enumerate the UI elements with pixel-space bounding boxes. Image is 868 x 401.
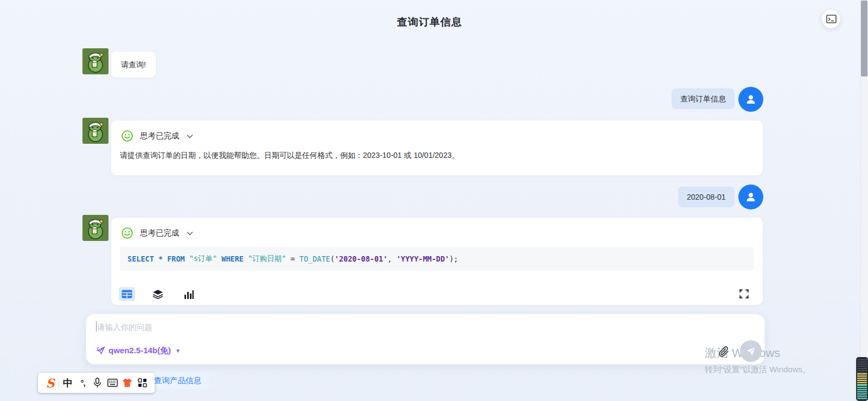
ime-toolbar: S 中 °, bbox=[38, 373, 155, 393]
microphone-icon bbox=[93, 378, 101, 388]
bot-avatar bbox=[82, 118, 108, 144]
paperclip-icon bbox=[718, 345, 730, 358]
suggestion-chip-product[interactable]: 查询产品信息 bbox=[146, 372, 209, 389]
sql-keyword: WHERE bbox=[221, 254, 248, 263]
bar-chart-icon bbox=[184, 290, 194, 299]
page-title: 查询订单信息 bbox=[0, 15, 859, 29]
chart-view-button[interactable] bbox=[181, 287, 197, 301]
smiley-icon bbox=[122, 130, 133, 142]
model-label: qwen2.5-14b(免) bbox=[108, 346, 171, 356]
user-avatar bbox=[738, 184, 763, 209]
sql-code-block: SELECT * FROM "s订单" WHERE "订购日期" = TO_DA… bbox=[120, 247, 754, 271]
user-avatar bbox=[738, 87, 763, 112]
sql-column-name: "订购日期" bbox=[248, 254, 290, 264]
grid-icon bbox=[138, 378, 147, 387]
ime-punctuation-toggle[interactable]: °, bbox=[75, 375, 90, 391]
ime-voice-button[interactable] bbox=[90, 375, 105, 391]
indicator-stripes-yellow bbox=[857, 373, 867, 385]
sql-function: TO_DATE bbox=[299, 254, 330, 263]
text-caret bbox=[96, 321, 97, 332]
bot-avatar bbox=[82, 215, 108, 241]
bot-greeting-bubble: 请查询! bbox=[111, 52, 156, 78]
model-selector[interactable]: qwen2.5-14b(免) ▼ bbox=[96, 346, 181, 356]
model-plane-icon bbox=[96, 346, 105, 355]
prompt-input-card: qwen2.5-14b(免) ▼ bbox=[86, 314, 765, 365]
corner-indicator-widget bbox=[856, 357, 868, 401]
layers-icon bbox=[152, 289, 163, 299]
sql-keyword: SELECT bbox=[127, 254, 158, 263]
model-caret-icon: ▼ bbox=[175, 348, 181, 354]
sql-comma: , bbox=[387, 254, 396, 263]
indicator-stripes-teal bbox=[857, 385, 867, 400]
keyboard-icon bbox=[107, 379, 118, 387]
table-view-button[interactable] bbox=[119, 287, 135, 301]
punctuation-icon: °, bbox=[80, 378, 85, 387]
terminal-icon bbox=[826, 15, 837, 23]
tshirt-icon bbox=[122, 378, 132, 387]
prompt-input[interactable] bbox=[97, 321, 477, 334]
send-plane-icon bbox=[746, 346, 756, 357]
attach-button[interactable] bbox=[718, 345, 730, 360]
sql-paren: ); bbox=[449, 254, 458, 263]
sql-string: '2020-08-01' bbox=[335, 254, 388, 263]
indicator-stripes-dark bbox=[857, 358, 867, 373]
layers-view-button[interactable] bbox=[150, 287, 166, 301]
table-icon bbox=[122, 290, 132, 298]
result-view-toolbar bbox=[119, 287, 197, 301]
watermark-line2: 转到“设置”以激活 Windows。 bbox=[705, 365, 810, 375]
bot-sql-card: 思考已完成 SELECT * FROM "s订单" WHERE "订购日期" =… bbox=[111, 218, 763, 305]
ime-divider bbox=[59, 378, 59, 388]
person-icon bbox=[745, 93, 757, 105]
sogou-logo: S bbox=[46, 376, 55, 390]
sql-string: 'YYYY-MM-DD' bbox=[397, 254, 450, 263]
app-screen: 查询订单信息 请查询! 查询订单信息 bbox=[0, 0, 868, 401]
sql-paren: ( bbox=[330, 254, 335, 263]
sql-keyword: FROM bbox=[167, 254, 189, 263]
bot-avatar bbox=[82, 48, 108, 74]
thinking-status-toggle[interactable]: 思考已完成 bbox=[122, 227, 193, 239]
thinking-status-label: 思考已完成 bbox=[140, 228, 180, 238]
sql-operator: = bbox=[291, 254, 299, 263]
expand-icon bbox=[739, 289, 749, 298]
ime-logo-button[interactable]: S bbox=[43, 375, 58, 391]
send-button[interactable] bbox=[740, 340, 762, 362]
terminal-button[interactable] bbox=[822, 10, 840, 28]
ime-keyboard-button[interactable] bbox=[105, 375, 120, 391]
thinking-status-toggle[interactable]: 思考已完成 bbox=[122, 130, 193, 142]
sql-star: * bbox=[158, 254, 167, 263]
bot-response-card: 思考已完成 请提供查询订单的日期，以便我能帮助您。日期可以是任何格式，例如：20… bbox=[111, 120, 763, 175]
expand-fullscreen-button[interactable] bbox=[739, 289, 749, 301]
thinking-status-label: 思考已完成 bbox=[140, 131, 180, 141]
scrollbar-thumb[interactable] bbox=[861, 1, 867, 77]
ime-skin-button[interactable] bbox=[120, 375, 135, 391]
bot-message-text: 请提供查询订单的日期，以便我能帮助您。日期可以是任何格式，例如：2023-10-… bbox=[120, 149, 459, 161]
ime-language-toggle[interactable]: 中 bbox=[60, 375, 75, 391]
person-icon bbox=[745, 191, 757, 203]
sql-table-name: "s订单" bbox=[189, 254, 222, 264]
user-message-bubble: 2020-08-01 bbox=[678, 187, 735, 207]
chevron-down-icon bbox=[187, 134, 193, 138]
chevron-down-icon bbox=[187, 231, 193, 235]
smiley-icon bbox=[122, 227, 133, 239]
user-message-bubble: 查询订单信息 bbox=[672, 88, 735, 109]
ime-mode-label: 中 bbox=[63, 377, 73, 390]
ime-toolbox-button[interactable] bbox=[135, 375, 150, 391]
scrollbar-track[interactable] bbox=[860, 0, 868, 401]
